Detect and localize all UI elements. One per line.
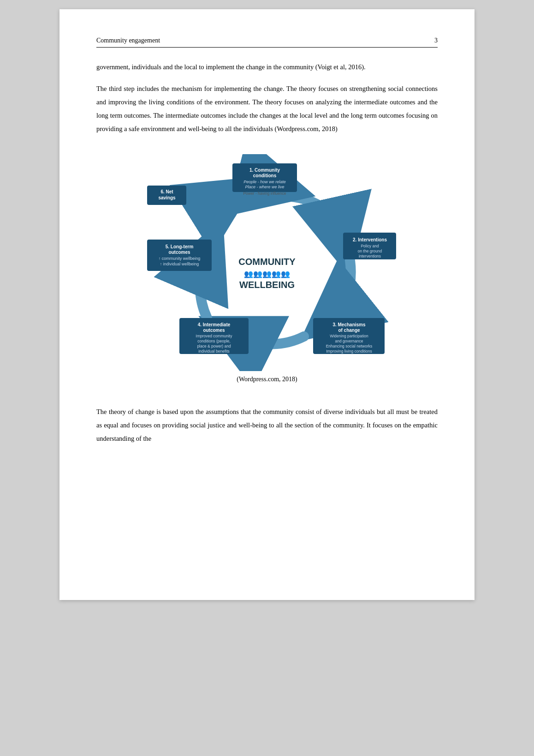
svg-text:Place - where we live: Place - where we live xyxy=(245,185,284,189)
svg-text:3. Mechanisms: 3. Mechanisms xyxy=(332,322,366,327)
svg-text:interventions: interventions xyxy=(359,254,381,258)
svg-text:Enhancing social networks: Enhancing social networks xyxy=(326,344,373,348)
svg-text:of change: of change xyxy=(338,328,360,333)
svg-text:outcomes: outcomes xyxy=(168,250,190,255)
page: Community engagement 3 government, indiv… xyxy=(59,9,475,600)
svg-text:5. Long-term: 5. Long-term xyxy=(166,244,194,249)
svg-text:↑ individual wellbeing: ↑ individual wellbeing xyxy=(160,262,199,266)
svg-text:place & power) and: place & power) and xyxy=(197,344,231,348)
svg-text:individual benefits: individual benefits xyxy=(198,349,230,354)
svg-text:on the ground: on the ground xyxy=(358,249,382,253)
svg-text:👥👥👥👥👥: 👥👥👥👥👥 xyxy=(244,270,290,278)
header-title: Community engagement xyxy=(96,37,160,44)
community-wellbeing-diagram: COMMUNITY 👥👥👥👥👥 WELLBEING 1. Community c… xyxy=(133,154,401,371)
svg-text:Improving living conditions: Improving living conditions xyxy=(326,349,372,354)
svg-text:1. Community: 1. Community xyxy=(249,168,280,173)
svg-text:and governance: and governance xyxy=(335,339,363,343)
svg-text:savings: savings xyxy=(158,195,176,200)
page-header: Community engagement 3 xyxy=(96,37,438,48)
svg-text:outcomes: outcomes xyxy=(203,328,225,333)
paragraph-3: The theory of change is based upon the a… xyxy=(96,405,438,445)
diagram-caption: (Wordpress.com, 2018) xyxy=(237,376,297,383)
svg-text:4. Intermediate: 4. Intermediate xyxy=(198,322,231,327)
paragraph-2: The third step includes the mechanism fo… xyxy=(96,82,438,136)
svg-text:COMMUNITY: COMMUNITY xyxy=(238,257,296,267)
svg-text:Policy and: Policy and xyxy=(361,244,379,248)
svg-text:WELLBEING: WELLBEING xyxy=(239,280,295,290)
svg-text:Widening participation: Widening participation xyxy=(330,334,368,338)
svg-text:Power - having influence: Power - having influence xyxy=(243,191,286,196)
paragraph-1: government, individuals and the local to… xyxy=(96,60,438,74)
svg-text:People - how we relate: People - how we relate xyxy=(243,180,286,184)
header-page-number: 3 xyxy=(434,37,438,44)
svg-text:conditions (people,: conditions (people, xyxy=(197,339,230,343)
svg-text:Improved community: Improved community xyxy=(196,334,233,338)
svg-text:conditions: conditions xyxy=(253,173,277,178)
svg-text:2. Interventions: 2. Interventions xyxy=(353,237,387,242)
svg-text:6. Net: 6. Net xyxy=(160,189,173,194)
svg-text:↑ community wellbeing: ↑ community wellbeing xyxy=(159,256,201,261)
diagram-container: COMMUNITY 👥👥👥👥👥 WELLBEING 1. Community c… xyxy=(96,154,438,396)
